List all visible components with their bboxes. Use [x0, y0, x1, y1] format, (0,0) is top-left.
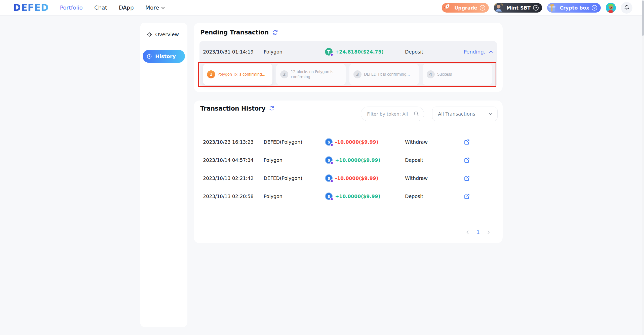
gift-icon	[546, 2, 558, 13]
step-card-3: 3 DEFED Tx is confirming...	[349, 64, 419, 85]
tx-amount-text: -10.0000($9.99)	[335, 139, 378, 145]
arrow-circle-icon	[533, 5, 539, 11]
external-link-icon[interactable]	[464, 157, 470, 163]
main-nav: Portfolio Chat DApp More	[60, 5, 165, 11]
tx-amount: $ -10.0000($9.99)	[325, 138, 405, 146]
chevron-right-icon[interactable]	[486, 230, 491, 234]
rocket-icon	[441, 2, 452, 13]
sidebar-item-history[interactable]: History	[143, 50, 185, 63]
sidebar-item-overview[interactable]: Overview	[143, 29, 185, 40]
pagination-page-1[interactable]: 1	[476, 229, 480, 235]
external-link-icon[interactable]	[464, 193, 470, 200]
pending-status-toggle[interactable]: Pending.	[464, 49, 493, 55]
token-filter-input[interactable]	[367, 111, 413, 117]
tx-amount-text: -10.0000($9.99)	[335, 175, 378, 181]
upgrade-button-label: Upgrade	[454, 5, 477, 11]
pending-steps-row: 1 Polygon Tx is confirming... 2 12 block…	[203, 62, 493, 85]
tx-date: 2023/10/13 02:20:58	[203, 194, 264, 199]
usdc-icon: $	[325, 138, 333, 146]
chevron-left-icon[interactable]	[465, 230, 470, 234]
table-row: 2023/10/13 02:21:42 DEFED(Polygon) $ -10…	[203, 169, 503, 187]
portfolio-sidebar: Overview History	[140, 23, 187, 327]
chevron-down-icon	[488, 112, 493, 116]
step-card-1: 1 Polygon Tx is confirming...	[203, 64, 272, 85]
scrollbar-thumb[interactable]	[642, 1, 644, 36]
external-link-icon[interactable]	[464, 175, 470, 181]
tx-network: DEFED(Polygon)	[264, 139, 325, 145]
pending-row-container: 2023/10/31 01:14:19 Polygon T +24.8180($…	[199, 41, 497, 87]
tx-type: Withdraw	[405, 175, 464, 181]
table-row: 2023/10/14 04:57:34 Polygon $ +10.0000($…	[203, 151, 503, 169]
tx-amount-text: +10.0000($9.99)	[335, 194, 380, 199]
sidebar-item-overview-label: Overview	[155, 31, 179, 37]
refresh-icon[interactable]	[272, 29, 278, 35]
step-card-2: 2 12 blocks on Polygon is confirming...	[276, 64, 346, 85]
divider	[199, 41, 497, 41]
table-row: 2023/10/13 02:20:58 Polygon $ +10.0000($…	[203, 187, 503, 205]
nav-item-more-label: More	[145, 5, 159, 11]
mint-sbt-button[interactable]: Mint SBT	[494, 3, 542, 13]
nav-item-more[interactable]: More	[145, 5, 165, 11]
chevron-down-icon	[161, 6, 165, 10]
step-number-badge: 2	[280, 70, 288, 78]
defed-logo[interactable]: DEFED	[13, 2, 49, 13]
upgrade-button[interactable]: Upgrade	[442, 3, 489, 13]
step-label: DEFED Tx is confirming...	[364, 72, 410, 77]
step-card-4: 4 Success	[423, 64, 492, 85]
transaction-type-dropdown[interactable]: All Transactions	[432, 107, 498, 121]
usdc-icon: $	[325, 156, 333, 164]
transaction-history-table: 2023/10/23 16:13:23 DEFED(Polygon) $ -10…	[194, 133, 503, 205]
pending-status-label: Pending.	[464, 49, 485, 55]
target-icon	[147, 32, 152, 37]
crypto-box-button[interactable]: Crypto box	[547, 3, 601, 13]
tx-amount: $ +10.0000($9.99)	[325, 156, 405, 164]
usdc-icon: $	[325, 174, 333, 182]
user-avatar[interactable]	[606, 3, 616, 13]
tx-network: Polygon	[264, 157, 325, 163]
nav-item-dapp[interactable]: DApp	[119, 5, 134, 11]
step-number-badge: 3	[353, 70, 361, 78]
sbt-avatar-scan-icon	[493, 2, 504, 13]
token-filter-field[interactable]	[361, 107, 424, 121]
tx-amount: $ -10.0000($9.99)	[325, 174, 405, 182]
scrollbar-track	[642, 0, 644, 335]
arrow-circle-icon	[592, 5, 597, 11]
usdc-icon: $	[325, 193, 333, 200]
pending-transaction-row[interactable]: 2023/10/31 01:14:19 Polygon T +24.8180($…	[203, 41, 493, 62]
nav-item-portfolio[interactable]: Portfolio	[60, 5, 83, 11]
step-label: Success	[437, 72, 452, 77]
pending-tx-amount-text: +24.8180($24.75)	[335, 49, 384, 55]
tx-date: 2023/10/13 02:21:42	[203, 175, 264, 181]
transaction-history-card: Transaction History All Transactions 202…	[194, 101, 503, 243]
tx-amount: $ +10.0000($9.99)	[325, 193, 405, 200]
step-number-badge: 4	[427, 70, 435, 78]
step-label: Polygon Tx is confirming...	[218, 72, 265, 77]
tx-network: DEFED(Polygon)	[264, 175, 325, 181]
tx-type: Deposit	[405, 194, 464, 199]
chevron-up-icon	[489, 50, 493, 54]
tx-date: 2023/10/14 04:57:34	[203, 157, 264, 163]
tx-network: Polygon	[264, 194, 325, 199]
notifications-button[interactable]	[621, 2, 632, 14]
pending-tx-network: Polygon	[264, 49, 325, 55]
polygon-badge-icon	[330, 179, 333, 183]
usdt-icon: T	[325, 48, 333, 56]
pending-transaction-title: Pending Transaction	[200, 29, 269, 36]
nav-item-chat[interactable]: Chat	[94, 5, 107, 11]
pending-tx-type: Deposit	[405, 49, 464, 55]
pending-tx-amount: T +24.8180($24.75)	[325, 48, 405, 56]
bell-icon	[624, 5, 630, 11]
search-icon	[413, 111, 419, 117]
clock-icon	[147, 54, 152, 59]
refresh-icon[interactable]	[269, 106, 275, 112]
polygon-badge-icon	[330, 161, 333, 165]
tx-date: 2023/10/23 16:13:23	[203, 139, 264, 145]
table-row: 2023/10/23 16:13:23 DEFED(Polygon) $ -10…	[203, 133, 503, 151]
external-link-icon[interactable]	[464, 139, 470, 145]
pagination: 1	[465, 229, 491, 235]
tx-amount-text: +10.0000($9.99)	[335, 157, 380, 163]
step-number-badge: 1	[207, 70, 215, 78]
polygon-badge-icon	[330, 143, 333, 147]
pending-transaction-card: Pending Transaction 2023/10/31 01:14:19 …	[194, 23, 503, 92]
step-label: 12 blocks on Polygon is confirming...	[291, 69, 344, 80]
